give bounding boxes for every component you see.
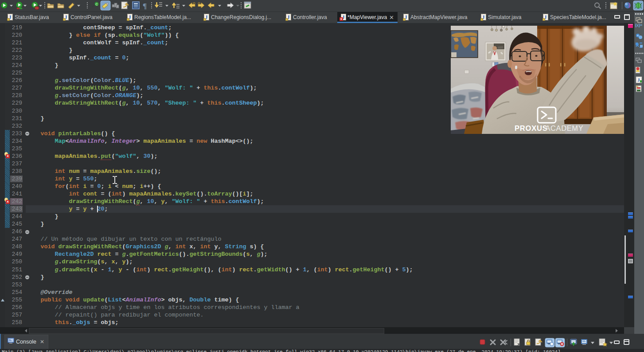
svg-text:PROXUS: PROXUS	[515, 124, 547, 132]
svg-text:(x)=: (x)=	[635, 23, 642, 27]
svg-text:ACADEMY: ACADEMY	[546, 124, 584, 132]
svg-text:J: J	[637, 77, 640, 82]
svg-text:C: C	[95, 3, 98, 6]
svg-text:¶: ¶	[143, 2, 147, 10]
